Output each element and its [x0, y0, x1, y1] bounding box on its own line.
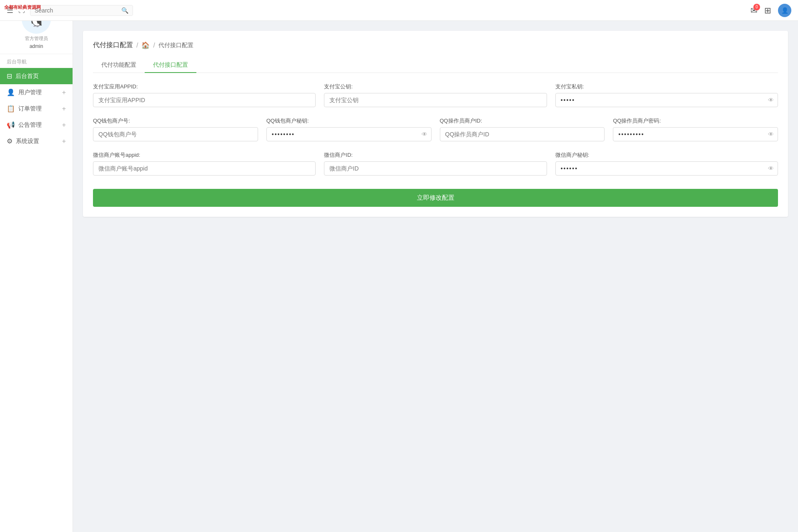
nav-icon-home: ⊟: [7, 72, 12, 80]
qq-operator-pwd-wrapper: 👁: [613, 127, 778, 141]
alipay-row: 支付宝应用APPID: 支付宝公钥: 支付宝私钥: 👁: [93, 83, 778, 107]
alipay-privkey-wrapper: 👁: [555, 93, 778, 107]
alipay-appid-label: 支付宝应用APPID:: [93, 83, 316, 90]
wx-merchant-group: 微信商户ID:: [324, 151, 547, 176]
qq-merchant-group: QQ钱包商户号:: [93, 117, 258, 141]
tab-api[interactable]: 代付接口配置: [145, 58, 196, 73]
qq-secret-group: QQ钱包商户秘钥: 👁: [266, 117, 432, 141]
sidebar-item-settings[interactable]: ⚙ 系统设置 +: [0, 133, 73, 149]
sidebar-item-orders[interactable]: 📋 订单管理 +: [0, 100, 73, 117]
grid-icon[interactable]: ⊞: [764, 5, 771, 15]
nav-label-notices: 公告管理: [18, 121, 59, 129]
main-content: 代付接口配置 / 🏠 / 代付接口配置 代付功能配置 代付接口配置 支付宝应用A…: [73, 21, 798, 532]
search-box: 🔍: [30, 5, 133, 16]
menu-icon[interactable]: ☰: [7, 6, 13, 15]
nav-plus-settings[interactable]: +: [62, 138, 66, 145]
tab-func[interactable]: 代付功能配置: [93, 58, 145, 73]
alipay-privkey-group: 支付宝私钥: 👁: [555, 83, 778, 107]
wx-merchant-label: 微信商户ID:: [324, 151, 547, 159]
qq-merchant-input[interactable]: [93, 127, 258, 141]
alipay-privkey-eye-icon[interactable]: 👁: [768, 97, 774, 103]
avatar[interactable]: 👤: [778, 4, 791, 17]
alipay-pubkey-label: 支付宝公钥:: [324, 83, 547, 90]
notification-badge: 0: [753, 4, 760, 10]
breadcrumb: 代付接口配置 / 🏠 / 代付接口配置: [93, 41, 778, 50]
search-icon: 🔍: [121, 7, 128, 14]
wx-merchant-input[interactable]: [324, 161, 547, 176]
nav-label-home: 后台首页: [15, 73, 66, 80]
wx-appid-group: 微信商户账号appid:: [93, 151, 316, 176]
wx-appid-label: 微信商户账号appid:: [93, 151, 316, 159]
expand-icon[interactable]: ⛶: [18, 7, 25, 14]
topbar: ☰ ⛶ 🔍 ✉ 0 ⊞ 👤: [0, 0, 798, 21]
breadcrumb-separator2: /: [153, 42, 155, 49]
breadcrumb-separator: /: [136, 42, 138, 49]
topbar-left: ☰ ⛶ 🔍: [7, 5, 133, 16]
nav-label-users: 用户管理: [18, 89, 59, 96]
wx-secret-label: 微信商户秘钥:: [555, 151, 778, 159]
qq-operator-pwd-label: QQ操作员商户密码:: [613, 117, 778, 125]
alipay-appid-input[interactable]: [93, 93, 316, 107]
site-name: 官方管理员: [25, 35, 48, 42]
submit-button[interactable]: 立即修改配置: [93, 189, 778, 207]
sidebar-item-notices[interactable]: 📢 公告管理 +: [0, 117, 73, 133]
notification-bell[interactable]: ✉ 0: [750, 5, 758, 15]
alipay-pubkey-input[interactable]: [324, 93, 547, 107]
breadcrumb-home-icon[interactable]: 🏠: [141, 41, 150, 49]
search-input[interactable]: [35, 7, 118, 14]
nav-plus-users[interactable]: +: [62, 89, 66, 96]
wechat-row: 微信商户账号appid: 微信商户ID: 微信商户秘钥: 👁: [93, 151, 778, 176]
sidebar-item-home[interactable]: ⊟ 后台首页: [0, 68, 73, 84]
wx-appid-input[interactable]: [93, 161, 316, 176]
nav-icon-notices: 📢: [7, 121, 15, 129]
nav-icon-users: 👤: [7, 88, 15, 96]
wx-secret-input[interactable]: [555, 161, 778, 176]
qq-row: QQ钱包商户号: QQ钱包商户秘钥: 👁 QQ操作员商户ID: QQ操作员商户密…: [93, 117, 778, 141]
qq-secret-wrapper: 👁: [266, 127, 432, 141]
qq-operator-pwd-group: QQ操作员商户密码: 👁: [613, 117, 778, 141]
qq-operator-group: QQ操作员商户ID:: [440, 117, 605, 141]
alipay-privkey-input[interactable]: [555, 93, 778, 107]
sidebar: 🐧 官方管理员 admin 后台导航 ⊟ 后台首页 👤 用户管理 + 📋 订单管…: [0, 0, 73, 532]
topbar-right: ✉ 0 ⊞ 👤: [750, 4, 791, 17]
qq-operator-pwd-input[interactable]: [613, 127, 778, 141]
qq-operator-label: QQ操作员商户ID:: [440, 117, 605, 125]
qq-operator-input[interactable]: [440, 127, 605, 141]
admin-name: admin: [30, 43, 43, 49]
tabs: 代付功能配置 代付接口配置: [93, 58, 778, 73]
qq-secret-input[interactable]: [266, 127, 432, 141]
nav-label: 后台导航: [0, 54, 73, 68]
nav-label-settings: 系统设置: [16, 138, 59, 145]
sidebar-item-users[interactable]: 👤 用户管理 +: [0, 84, 73, 100]
nav-plus-notices[interactable]: +: [62, 121, 66, 129]
alipay-appid-group: 支付宝应用APPID:: [93, 83, 316, 107]
nav-icon-orders: 📋: [7, 105, 15, 113]
alipay-privkey-label: 支付宝私钥:: [555, 83, 778, 90]
wx-secret-eye-icon[interactable]: 👁: [768, 165, 774, 172]
nav-icon-settings: ⚙: [7, 137, 13, 145]
page-card: 代付接口配置 / 🏠 / 代付接口配置 代付功能配置 代付接口配置 支付宝应用A…: [83, 31, 788, 217]
wx-secret-wrapper: 👁: [555, 161, 778, 176]
nav-plus-orders[interactable]: +: [62, 105, 66, 113]
breadcrumb-current: 代付接口配置: [158, 42, 193, 49]
breadcrumb-title: 代付接口配置: [93, 41, 133, 50]
qq-secret-label: QQ钱包商户秘钥:: [266, 117, 432, 125]
qq-merchant-label: QQ钱包商户号:: [93, 117, 258, 125]
wx-secret-group: 微信商户秘钥: 👁: [555, 151, 778, 176]
qq-secret-eye-icon[interactable]: 👁: [422, 131, 427, 138]
nav-label-orders: 订单管理: [18, 105, 59, 113]
sidebar-nav: ⊟ 后台首页 👤 用户管理 + 📋 订单管理 + 📢 公告管理 + ⚙ 系统设置…: [0, 68, 73, 149]
alipay-pubkey-group: 支付宝公钥:: [324, 83, 547, 107]
qq-operator-pwd-eye-icon[interactable]: 👁: [768, 131, 774, 138]
